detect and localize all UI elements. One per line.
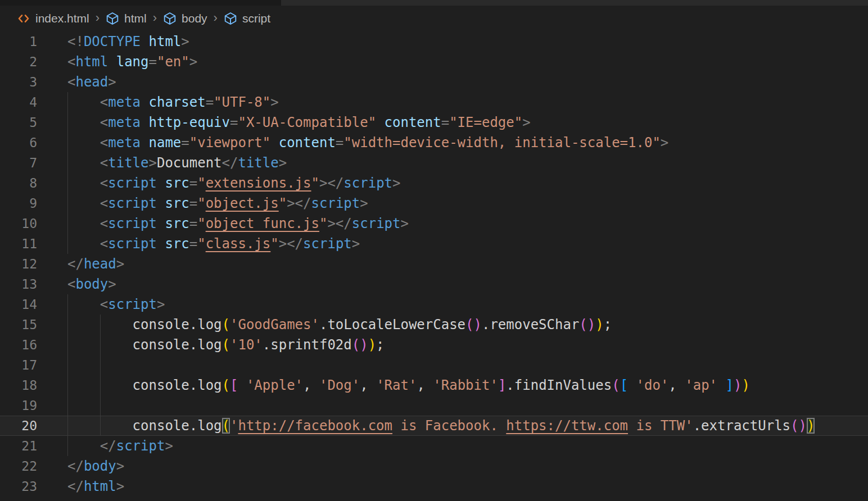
breadcrumb-separator: › xyxy=(153,11,157,25)
code-line[interactable]: 20 console.log('http://facebook.com is F… xyxy=(0,416,868,436)
breadcrumb-item-body[interactable]: body xyxy=(163,12,207,25)
code-line-text: console.log([ 'Apple', 'Dog', 'Rat', 'Ra… xyxy=(67,375,750,395)
line-number: 22 xyxy=(0,456,37,476)
code-line[interactable]: 4 <meta charset="UTF-8"> xyxy=(0,92,868,112)
line-number: 23 xyxy=(0,476,37,497)
symbol-cube-icon xyxy=(106,12,119,25)
code-line-text: <body> xyxy=(67,274,116,294)
active-tab-edge xyxy=(0,0,281,6)
code-line[interactable]: 9 <script src="object.js"></script> xyxy=(0,193,868,213)
code-line-text: <script src="object_func.js"></script> xyxy=(67,213,409,234)
code-file-icon xyxy=(17,12,30,25)
code-line[interactable]: 22</body> xyxy=(0,456,868,476)
detected-link: extensions.js xyxy=(206,175,311,191)
indent-guide xyxy=(67,395,68,416)
line-number: 1 xyxy=(0,31,37,52)
code-line[interactable]: 5 <meta http-equiv="X-UA-Compatible" con… xyxy=(0,112,868,133)
matched-bracket: ) xyxy=(807,418,815,434)
indent-guide xyxy=(67,355,68,375)
code-line[interactable]: 15 console.log('GoodGames'.toLocaleLower… xyxy=(0,315,868,335)
indent-guide xyxy=(100,355,101,375)
code-line-text: <html lang="en"> xyxy=(67,52,197,72)
line-number: 10 xyxy=(0,213,37,234)
line-number: 4 xyxy=(0,92,37,112)
line-number: 13 xyxy=(0,274,37,294)
line-number: 9 xyxy=(0,193,37,213)
code-line-text: </script> xyxy=(67,436,173,456)
code-line-text: <meta charset="UTF-8"> xyxy=(67,92,279,112)
line-number: 20 xyxy=(0,416,37,436)
line-number: 21 xyxy=(0,436,37,456)
line-number: 5 xyxy=(0,112,37,133)
breadcrumb: index.html›html›body›script xyxy=(0,6,868,31)
code-line[interactable]: 21 </script> xyxy=(0,436,868,456)
code-line[interactable]: 12</head> xyxy=(0,254,868,274)
symbol-cube-icon xyxy=(224,12,237,25)
code-line-text: <title>Document</title> xyxy=(67,153,287,173)
code-line[interactable]: 8 <script src="extensions.js"></script> xyxy=(0,173,868,193)
line-number: 6 xyxy=(0,133,37,153)
line-number: 17 xyxy=(0,355,37,375)
line-number: 7 xyxy=(0,153,37,173)
code-line[interactable]: 16 console.log('10'.sprintf02d()); xyxy=(0,335,868,355)
code-line[interactable]: 14 <script> xyxy=(0,294,868,315)
detected-link: object_func.js xyxy=(206,216,319,231)
detected-link: class.js xyxy=(206,236,271,252)
breadcrumb-item-label: index.html xyxy=(35,12,89,25)
line-number: 19 xyxy=(0,395,37,416)
code-line-text: <script src="class.js"></script> xyxy=(67,234,360,254)
breadcrumb-item-index-html[interactable]: index.html xyxy=(17,12,89,25)
code-line[interactable]: 23</html> xyxy=(0,476,868,497)
line-number: 2 xyxy=(0,52,37,72)
code-line-text: <script src="object.js"></script> xyxy=(67,193,368,213)
tab-bar xyxy=(0,0,868,6)
code-line-text: <!DOCTYPE html> xyxy=(67,31,189,52)
code-line[interactable]: 7 <title>Document</title> xyxy=(0,153,868,173)
code-line[interactable]: 6 <meta name="viewport" content="width=d… xyxy=(0,133,868,153)
vscode-editor-window: index.html›html›body›script 1<!DOCTYPE h… xyxy=(0,0,868,501)
line-number: 3 xyxy=(0,72,37,92)
code-line[interactable]: 3<head> xyxy=(0,72,868,92)
code-line-text: <script src="extensions.js"></script> xyxy=(67,173,400,193)
code-line-text: console.log('GoodGames'.toLocaleLowerCas… xyxy=(67,315,612,335)
line-number: 11 xyxy=(0,234,37,254)
code-line-text: <head> xyxy=(67,72,116,92)
breadcrumb-item-script[interactable]: script xyxy=(224,12,270,25)
line-number: 16 xyxy=(0,335,37,355)
symbol-cube-icon xyxy=(163,12,177,25)
detected-link: https://ttw.com xyxy=(506,418,628,434)
code-line[interactable]: 11 <script src="class.js"></script> xyxy=(0,234,868,254)
code-line-text: </head> xyxy=(67,254,124,274)
line-number: 14 xyxy=(0,294,37,315)
code-line-text: console.log('http://facebook.com is Face… xyxy=(67,416,815,436)
line-number: 18 xyxy=(0,375,37,395)
indent-guide xyxy=(100,395,101,416)
code-editor[interactable]: 1<!DOCTYPE html>2<html lang="en">3<head>… xyxy=(0,31,868,497)
code-line-text: </body> xyxy=(67,456,124,476)
code-line[interactable]: 18 console.log([ 'Apple', 'Dog', 'Rat', … xyxy=(0,375,868,395)
code-line[interactable]: 1<!DOCTYPE html> xyxy=(0,31,868,52)
code-line[interactable]: 13<body> xyxy=(0,274,868,294)
detected-link: http://facebook.com xyxy=(238,418,392,434)
code-line-text: <meta http-equiv="X-UA-Compatible" conte… xyxy=(67,112,531,133)
line-number: 8 xyxy=(0,173,37,193)
detected-link: object.js xyxy=(206,195,279,211)
code-line-text: console.log('10'.sprintf02d()); xyxy=(67,335,385,355)
code-line-text: </html> xyxy=(67,476,124,497)
breadcrumb-item-label: script xyxy=(242,12,270,25)
breadcrumb-item-label: body xyxy=(182,12,207,25)
line-number: 12 xyxy=(0,254,37,274)
code-line-text: <script> xyxy=(67,294,165,315)
code-line[interactable]: 10 <script src="object_func.js"></script… xyxy=(0,213,868,234)
breadcrumb-separator: › xyxy=(96,11,100,25)
breadcrumb-item-html[interactable]: html xyxy=(106,12,147,25)
matched-bracket: ( xyxy=(222,418,230,434)
code-line[interactable]: 2<html lang="en"> xyxy=(0,52,868,72)
code-line[interactable]: 17 xyxy=(0,355,868,375)
breadcrumb-item-label: html xyxy=(124,12,147,25)
line-number: 15 xyxy=(0,315,37,335)
code-line[interactable]: 19 xyxy=(0,395,868,416)
breadcrumb-separator: › xyxy=(214,11,218,25)
code-line-text: <meta name="viewport" content="width=dev… xyxy=(67,133,668,153)
